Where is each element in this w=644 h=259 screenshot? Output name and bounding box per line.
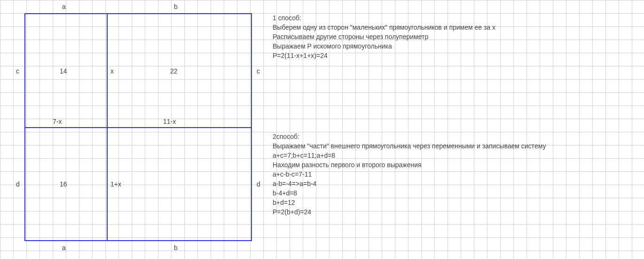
- method2-line4: a+c-b-c=7-11: [273, 170, 546, 179]
- method1-line2: Расписываем другие стороны через полупер…: [273, 32, 495, 41]
- method2-line1: Выражаем "части" внешнего прямоугольника…: [273, 141, 546, 151]
- method2-line7: b+d=12: [273, 198, 546, 207]
- method-2-text: 2способ: Выражаем "части" внешнего прямо…: [273, 132, 546, 217]
- label-b-bottom: b: [174, 244, 178, 251]
- label-d-right: d: [257, 180, 260, 188]
- label-a-top: a: [62, 3, 66, 10]
- cell-value-14: 14: [60, 67, 67, 75]
- method2-title: 2способ:: [273, 132, 546, 141]
- method1-line3: Выражаем P искомого прямоугольника: [273, 41, 495, 51]
- label-b-top: b: [174, 3, 178, 10]
- label-a-bottom: a: [62, 244, 66, 251]
- method2-line8: P=2(b+d)=24: [273, 207, 546, 217]
- method1-title: 1 способ:: [273, 13, 495, 23]
- method2-line6: b-4+d=8: [273, 188, 546, 198]
- method-1-text: 1 способ: Выберем одну из сторон "малень…: [273, 13, 495, 60]
- method2-line3: Находим разность первого и второго выраж…: [273, 160, 546, 170]
- method1-line1: Выберем одну из сторон "маленьких" прямо…: [273, 23, 495, 32]
- rectangle-diagram: a b a b c d c d 14 22 16 x 7-x 11-x 1+x: [24, 13, 252, 241]
- label-1-plus-x: 1+x: [110, 180, 121, 188]
- horizontal-divider: [24, 127, 252, 128]
- label-c-left: c: [16, 67, 19, 75]
- method2-line2: a+c=7;b+c=11;a+d=8: [273, 151, 546, 160]
- label-x: x: [110, 67, 114, 75]
- label-7-x: 7-x: [53, 118, 62, 125]
- cell-value-16: 16: [60, 180, 67, 188]
- method1-line4: P=2(11-x+1+x)=24: [273, 51, 495, 60]
- method2-line5: a-b=-4=>a=b-4: [273, 179, 546, 188]
- label-c-right: c: [257, 67, 260, 75]
- cell-value-22: 22: [170, 67, 178, 75]
- label-d-left: d: [16, 180, 20, 188]
- label-11-x: 11-x: [163, 118, 176, 125]
